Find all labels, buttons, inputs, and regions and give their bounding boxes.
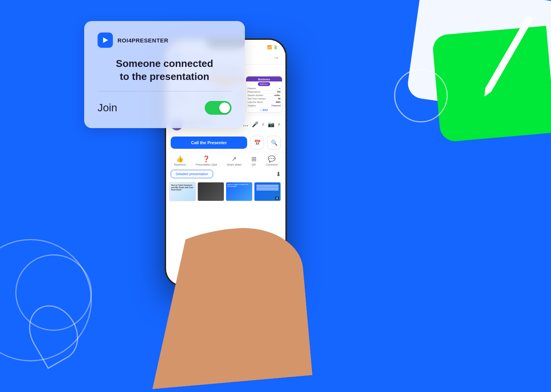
card-logo-icon (98, 33, 113, 48)
phone-exit-button[interactable]: → (273, 54, 279, 61)
pricing-row-biz-1: Presents∞ (246, 87, 282, 90)
phone-status-icons: 📶 🔋 (267, 45, 278, 49)
pricing-row-biz-4: One Time Listeners80 (246, 97, 282, 101)
qr-button[interactable]: ⊞ QR (251, 155, 256, 166)
share-slides-button[interactable]: ↗ Share slides (227, 155, 242, 166)
qr-icon: ⊞ (251, 155, 256, 163)
qa-button[interactable]: ❓ Presentation Q&A (196, 155, 217, 166)
bg-circle-outline-top (394, 69, 448, 122)
slides-row: How to Catch Investors and Win Deals wit… (166, 181, 285, 203)
share-icon: ↗ (231, 155, 236, 163)
slide-thumb-2[interactable] (197, 182, 224, 201)
battery-icon: 🔋 (273, 45, 278, 49)
card-logo-text: ROI4PRESENTER (117, 37, 168, 44)
card-divider (98, 91, 231, 91)
phone-toolbar: 👍 Reactions ❓ Presentation Q&A ↗ Share s… (166, 152, 285, 168)
wifi-icon: 📶 (267, 45, 272, 49)
join-toggle[interactable] (205, 101, 231, 115)
qa-icon: ❓ (202, 155, 210, 163)
comment-icon: 💬 (268, 155, 276, 163)
presenter-actions: ... 🎤 ∧ 📷 ∧ (243, 121, 281, 127)
slide-thumb-4[interactable]: 3 (254, 182, 281, 201)
card-title-line1: Someone connected (116, 58, 213, 69)
search-icon-button[interactable]: 🔍 (267, 136, 281, 150)
reactions-icon: 👍 (176, 155, 184, 163)
call-presenter-button[interactable]: Call the Presenter (171, 137, 247, 149)
pricing-badge-biz: $35/mo (258, 82, 270, 86)
card-title: Someone connected to the presentation (98, 57, 231, 83)
share-label: Share slides (227, 163, 242, 166)
detail-section: Detailed presentation ⬇ (166, 168, 285, 181)
chevron-up-icon[interactable]: ∧ (261, 122, 265, 127)
pricing-row-biz-6: AnalyticsFeatured (246, 104, 282, 107)
pricing-card-biz: Business $35/mo Presents∞ Presentations1… (246, 76, 282, 113)
card-title-line2: to the presentation (120, 71, 209, 82)
video-chevron-icon[interactable]: ∧ (277, 122, 281, 127)
pricing-row-biz-5: Links Per Month6000 (246, 101, 282, 104)
slide-thumb-1[interactable]: How to Catch Investors and Win Deals wit… (169, 182, 196, 201)
slide-thumb-3[interactable]: going to attract investors for your proj… (226, 182, 253, 201)
svg-marker-0 (103, 37, 108, 43)
notification-card: ROI4PRESENTER Someone connected to the p… (84, 21, 245, 128)
slide-number-3: 3 (275, 197, 279, 200)
qa-label: Presentation Q&A (196, 163, 217, 166)
pricing-header-biz: Business (246, 76, 282, 81)
card-logo: ROI4PRESENTER (98, 33, 231, 48)
reactions-label: Reactions (174, 163, 186, 166)
detailed-presentation-button[interactable]: Detailed presentation (171, 170, 213, 178)
video-icon[interactable]: 📷 (268, 121, 274, 127)
reactions-button[interactable]: 👍 Reactions (174, 155, 186, 166)
pricing-row-biz-2: Presentations100 (246, 90, 282, 94)
card-actions: Join (98, 101, 231, 115)
comment-label: Comment (266, 163, 277, 166)
comment-button[interactable]: 💬 Comment (266, 155, 277, 166)
pricing-row-biz-3: Session durationunlim. (246, 94, 282, 97)
call-btn-area: Call the Presenter 📅 🔍 (166, 133, 285, 152)
download-icon[interactable]: ⬇ (276, 171, 281, 178)
join-label: Join (98, 102, 117, 114)
pricing-slide-counter: □ 2/12 (246, 107, 282, 113)
calendar-icon-button[interactable]: 📅 (250, 136, 264, 150)
qr-label: QR (252, 163, 256, 166)
mic-icon[interactable]: 🎤 (252, 121, 258, 127)
